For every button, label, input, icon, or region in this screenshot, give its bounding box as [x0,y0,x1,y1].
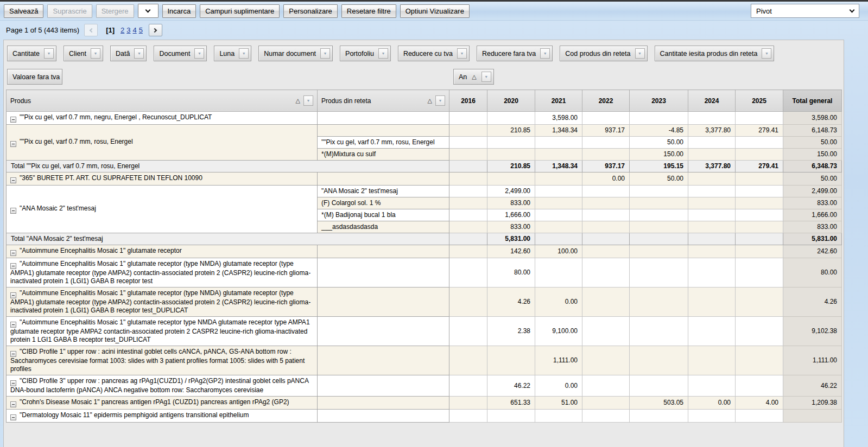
year-header-2020[interactable]: 2020 [487,90,535,112]
page-link-4[interactable]: 4 [132,26,138,34]
value-cell [630,258,688,288]
value-cell: 5,831.00 [487,233,535,245]
value-cell [449,125,487,137]
reteta-cell [318,317,449,346]
table-row: "CIBD Profile 1" upper row : acini intes… [7,346,842,375]
filter-field-numar-document[interactable]: Numar document▼ [258,46,333,61]
customize-button[interactable]: Personalizare [283,4,338,18]
filter-field-dată[interactable]: Dată▼ [110,46,147,61]
value-cell: 0.00 [582,173,630,186]
product-label: "Autoimmune Encephalitis Mosaic 1" gluta… [10,318,310,343]
filter-field-reducere-cu-tva[interactable]: Reducere cu tva▼ [398,46,470,61]
filter-dropdown-icon[interactable]: ▼ [320,48,330,59]
delete-button[interactable]: Stergere [96,4,134,18]
value-cell [688,317,736,346]
filter-dropdown-icon[interactable]: ▼ [635,48,645,59]
value-cell [535,410,582,423]
year-header-2016[interactable]: 2016 [449,90,487,112]
collapse-icon[interactable] [10,117,16,123]
page-link-2[interactable]: 2 [119,26,125,34]
collapse-icon[interactable] [10,208,16,214]
filter-dropdown-icon[interactable]: ▼ [762,48,771,59]
filter-dropdown-icon[interactable]: ▼ [540,48,550,59]
year-header-2022[interactable]: 2022 [582,90,630,112]
value-cell [449,209,487,221]
filter-dropdown-icon[interactable]: ▼ [44,48,54,59]
field-label: Cod produs din reteta [565,50,630,58]
overwrite-button[interactable]: Suprascrie [47,4,92,18]
prev-page-button[interactable] [84,24,98,36]
collapse-icon[interactable] [10,141,16,147]
minus-glyph [12,210,15,211]
product-cell: ""Pix cu gel, varf 0.7 mm, rosu, Energel [7,125,318,161]
table-row: "Dermatology Mosaic 11" epidermis pemphi… [7,410,842,423]
reteta-cell [318,346,449,375]
collapse-icon[interactable] [10,250,16,256]
filter-dropdown-icon[interactable]: ▼ [134,48,144,59]
filter-dropdown-icon[interactable]: ▼ [303,95,313,106]
value-cell: 833.00 [487,221,535,233]
value-cell [630,221,688,233]
value-cell: 1,348.34 [535,125,582,137]
year-header-2021[interactable]: 2021 [535,90,582,112]
value-cell: 242.60 [783,245,842,258]
total-general-header[interactable]: Total general [783,90,842,112]
filter-dropdown-icon[interactable]: ▼ [378,48,388,59]
reteta-cell [318,288,449,317]
filter-field-cantitate-iesita-produs-din-reteta[interactable]: Cantitate iesita produs din reteta▼ [655,46,775,61]
value-cell: 1,111.00 [783,346,842,375]
column-field-an[interactable]: An △ ▼ [453,69,494,85]
value-cell [688,346,736,375]
load-button[interactable]: Incarca [162,4,197,18]
next-page-button[interactable] [149,24,162,36]
year-header-2025[interactable]: 2025 [736,90,783,112]
collapse-icon[interactable] [10,401,16,407]
value-cell [736,173,783,186]
value-cell [736,209,783,221]
filter-dropdown-icon[interactable]: ▼ [239,48,249,59]
collapse-icon[interactable] [10,414,16,420]
value-cell [582,221,630,233]
data-field-valoare-fara-tva[interactable]: Valoare fara tva [7,69,62,85]
collapse-icon[interactable] [10,292,16,298]
filter-field-cod-produs-din-reteta[interactable]: Cod produs din reteta▼ [560,46,647,61]
filter-dropdown-icon[interactable]: ▼ [435,95,445,106]
view-mode-select[interactable]: Pivot [751,4,859,18]
filter-field-portofoliu[interactable]: Portofoliu▼ [340,46,391,61]
save-button[interactable]: Salvează [4,4,43,18]
collapse-icon[interactable] [10,263,16,269]
page-link-3[interactable]: 3 [125,26,131,34]
year-header-2024[interactable]: 2024 [688,90,736,112]
value-cell [535,258,582,288]
collapse-icon[interactable] [10,177,16,183]
collapse-icon[interactable] [10,322,16,328]
value-cell: 9,102.38 [783,317,842,346]
filter-field-client[interactable]: Client▼ [64,46,103,61]
filter-field-luna[interactable]: Luna▼ [214,46,251,61]
produs-header[interactable]: Produs △ ▼ [7,90,318,112]
reset-filters-button[interactable]: Resetare filtre [341,4,396,18]
filter-dropdown-icon[interactable]: ▼ [481,72,491,82]
filter-field-reducere-fara-tva[interactable]: Reducere fara tva▼ [477,46,553,61]
filter-field-document[interactable]: Document▼ [154,46,207,61]
page-link-5[interactable]: 5 [138,26,144,34]
page-links: 2345 [119,26,144,34]
product-label: "365" BURETE PT. ART. CU SUPRAFETE DIN T… [20,174,202,182]
produs-din-reteta-header[interactable]: Produs din reteta △ ▼ [318,90,449,112]
layout-combo-dropdown[interactable] [138,4,159,18]
extra-fields-button[interactable]: Campuri suplimentare [200,4,280,18]
filter-dropdown-icon[interactable]: ▼ [91,48,100,59]
view-options-button[interactable]: Optiuni Vizualizare [400,4,470,18]
value-cell [582,233,630,245]
collapse-icon[interactable] [10,380,16,386]
column-header-row: Produs △ ▼ Produs din reteta △ ▼ 2016202… [7,90,842,112]
filter-dropdown-icon[interactable]: ▼ [457,48,467,59]
collapse-icon[interactable] [10,351,16,357]
year-header-2023[interactable]: 2023 [630,90,688,112]
minus-glyph [12,354,15,354]
filter-field-cantitate[interactable]: Cantitate▼ [7,46,56,61]
value-cell [449,173,487,186]
value-cell: 0.00 [688,397,736,410]
filter-dropdown-icon[interactable]: ▼ [194,48,204,59]
value-cell: 2,499.00 [487,186,535,197]
